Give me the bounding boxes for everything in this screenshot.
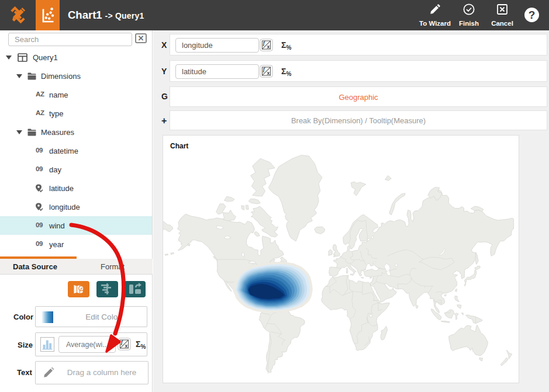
svg-text:x: x [125, 343, 127, 349]
svg-text:x: x [267, 44, 270, 50]
svg-text:x: x [267, 70, 270, 76]
